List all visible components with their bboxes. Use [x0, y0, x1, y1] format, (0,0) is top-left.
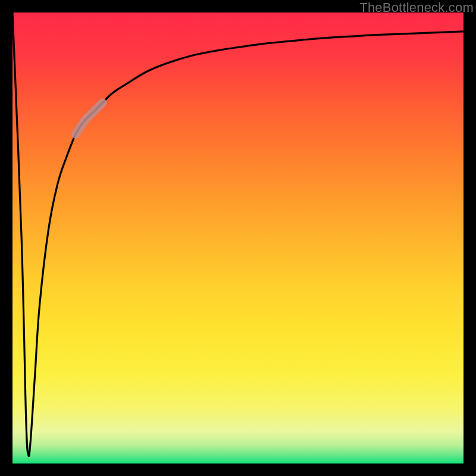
curve-layer: [12, 12, 464, 464]
bottleneck-curve-highlight: [76, 103, 102, 134]
chart-frame: TheBottleneck.com: [0, 0, 476, 476]
bottleneck-curve: [12, 12, 464, 456]
